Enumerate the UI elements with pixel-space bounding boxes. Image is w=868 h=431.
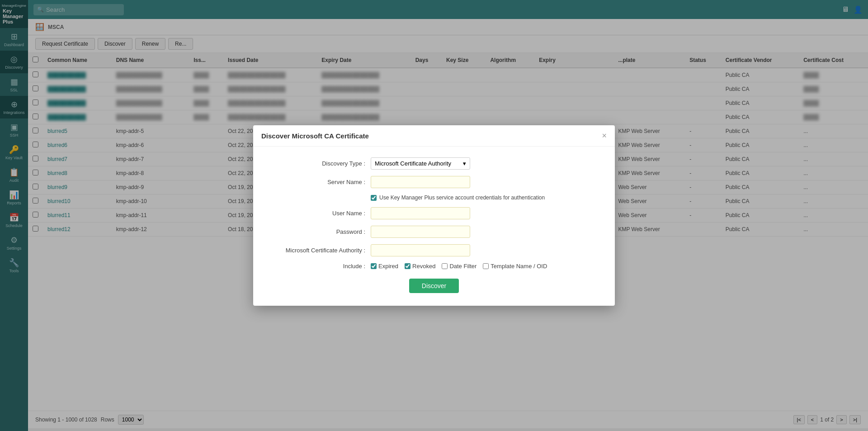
revoked-label: Revoked bbox=[412, 263, 435, 270]
template-name-label: Template Name / OID bbox=[491, 263, 547, 270]
credentials-checkbox[interactable] bbox=[371, 195, 377, 201]
dropdown-chevron-icon: ▾ bbox=[463, 160, 466, 167]
modal-title: Discover Microsoft CA Certificate bbox=[261, 132, 369, 140]
discover-btn-row: Discover bbox=[271, 279, 597, 293]
credentials-row: Use Key Manager Plus service account cre… bbox=[271, 194, 597, 201]
modal-close-button[interactable]: × bbox=[602, 132, 607, 140]
date-filter-label: Date Filter bbox=[449, 263, 476, 270]
include-options: Expired Revoked Date Filter Template Nam… bbox=[371, 263, 547, 270]
discovery-type-dropdown[interactable]: Microsoft Certificate Authority ▾ bbox=[371, 157, 470, 170]
template-name-checkbox[interactable] bbox=[483, 263, 489, 269]
revoked-option[interactable]: Revoked bbox=[405, 263, 435, 270]
password-row: Password : bbox=[271, 226, 597, 238]
password-label: Password : bbox=[271, 228, 371, 235]
ms-ca-label: Microsoft Certificate Authority : bbox=[271, 247, 371, 254]
template-name-option[interactable]: Template Name / OID bbox=[483, 263, 547, 270]
date-filter-option[interactable]: Date Filter bbox=[442, 263, 476, 270]
server-name-input[interactable] bbox=[371, 176, 470, 188]
modal-header: Discover Microsoft CA Certificate × bbox=[253, 125, 615, 147]
modal-overlay[interactable]: Discover Microsoft CA Certificate × Disc… bbox=[0, 0, 868, 431]
credentials-label: Use Key Manager Plus service account cre… bbox=[379, 194, 545, 201]
discover-submit-button[interactable]: Discover bbox=[409, 279, 459, 293]
ms-ca-row: Microsoft Certificate Authority : bbox=[271, 244, 597, 256]
revoked-checkbox[interactable] bbox=[405, 263, 410, 269]
user-name-row: User Name : bbox=[271, 207, 597, 219]
discover-modal: Discover Microsoft CA Certificate × Disc… bbox=[253, 125, 615, 306]
expired-option[interactable]: Expired bbox=[371, 263, 398, 270]
password-input[interactable] bbox=[371, 226, 470, 238]
include-label: Include : bbox=[271, 263, 371, 270]
user-name-label: User Name : bbox=[271, 210, 371, 217]
include-row: Include : Expired Revoked Date Filter bbox=[271, 263, 597, 270]
discovery-type-label: Discovery Type : bbox=[271, 160, 371, 167]
server-name-row: Server Name : bbox=[271, 176, 597, 188]
discovery-type-row: Discovery Type : Microsoft Certificate A… bbox=[271, 157, 597, 170]
user-name-input[interactable] bbox=[371, 207, 470, 219]
expired-checkbox[interactable] bbox=[371, 263, 377, 269]
modal-body: Discovery Type : Microsoft Certificate A… bbox=[253, 147, 615, 306]
date-filter-checkbox[interactable] bbox=[442, 263, 448, 269]
discovery-type-value: Microsoft Certificate Authority bbox=[375, 160, 451, 167]
expired-label: Expired bbox=[378, 263, 398, 270]
server-name-label: Server Name : bbox=[271, 179, 371, 185]
ms-ca-input[interactable] bbox=[371, 244, 470, 256]
